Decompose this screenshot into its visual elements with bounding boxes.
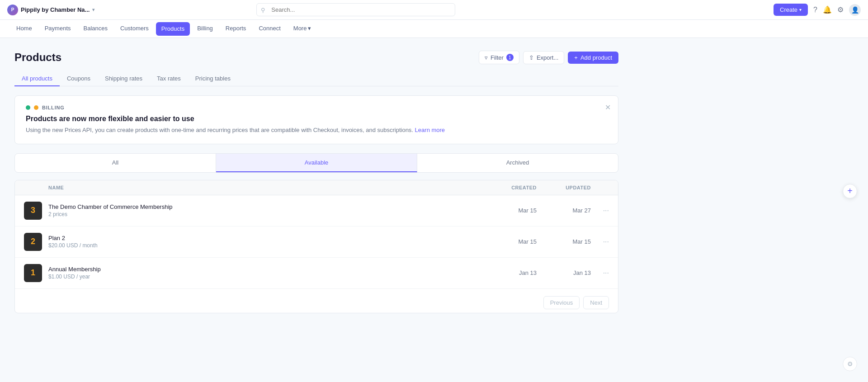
tab-coupons[interactable]: Coupons bbox=[60, 71, 98, 86]
notifications-icon[interactable]: 🔔 bbox=[823, 5, 832, 14]
billing-title: Products are now more flexible and easie… bbox=[26, 115, 607, 123]
product-name: Annual Membership bbox=[48, 266, 491, 273]
add-product-label: Add product bbox=[580, 54, 612, 61]
table-header: NAME CREATED UPDATED bbox=[15, 180, 618, 195]
search-input[interactable] bbox=[256, 3, 455, 16]
billing-label: BILLING bbox=[42, 105, 65, 110]
product-menu-button[interactable]: ··· bbox=[591, 207, 609, 215]
product-created-date: Mar 15 bbox=[491, 207, 537, 214]
nav-item-billing[interactable]: Billing bbox=[192, 20, 218, 38]
learn-more-link[interactable]: Learn more bbox=[415, 127, 445, 133]
nav-item-home[interactable]: Home bbox=[11, 20, 38, 38]
col-header-name: NAME bbox=[24, 185, 491, 190]
product-updated-date: Mar 27 bbox=[537, 207, 591, 214]
product-thumbnail-3: 3 bbox=[24, 202, 42, 220]
filter-tab-all[interactable]: All bbox=[15, 154, 216, 172]
tab-pricing-tables[interactable]: Pricing tables bbox=[188, 71, 238, 86]
main-nav: Home Payments Balances Customers Product… bbox=[0, 20, 868, 38]
export-icon: ⇧ bbox=[529, 54, 534, 61]
product-name: The Demo Chamber of Commerce Membership bbox=[48, 203, 491, 210]
brand-logo: P bbox=[7, 5, 18, 15]
nav-item-balances[interactable]: Balances bbox=[78, 20, 113, 38]
topbar-right: Create ▾ ? 🔔 ⚙ 👤 bbox=[774, 4, 861, 16]
nav-item-products[interactable]: Products bbox=[156, 22, 190, 36]
billing-close-button[interactable]: ✕ bbox=[605, 103, 611, 112]
brand-name: Pippily by Chamber Na... bbox=[21, 6, 90, 13]
product-info: The Demo Chamber of Commerce Membership … bbox=[48, 203, 491, 217]
settings-icon[interactable]: ⚙ bbox=[837, 5, 844, 14]
products-table: NAME CREATED UPDATED 3 The Demo Chamber … bbox=[14, 180, 618, 313]
filter-badge: 1 bbox=[506, 54, 514, 61]
table-row[interactable]: 3 The Demo Chamber of Commerce Membershi… bbox=[15, 195, 618, 226]
brand-chevron-icon: ▾ bbox=[92, 7, 94, 12]
billing-dot-green bbox=[26, 105, 30, 110]
page-title: Products bbox=[14, 51, 61, 64]
more-chevron-icon: ▾ bbox=[308, 25, 311, 32]
sub-tabs: All products Coupons Shipping rates Tax … bbox=[14, 71, 618, 86]
product-updated-date: Mar 15 bbox=[537, 238, 591, 245]
header-actions: ▿ Filter 1 ⇧ Export... + Add product bbox=[479, 51, 618, 64]
table-row[interactable]: 2 Plan 2 $20.00 USD / month Mar 15 Mar 1… bbox=[15, 226, 618, 258]
add-icon: + bbox=[574, 54, 578, 61]
user-avatar[interactable]: 👤 bbox=[849, 4, 861, 16]
product-sub: $20.00 USD / month bbox=[48, 242, 491, 249]
tab-all-products[interactable]: All products bbox=[14, 71, 60, 86]
col-header-created: CREATED bbox=[491, 185, 537, 190]
search-bar: ⚲ bbox=[256, 3, 455, 16]
next-button: Next bbox=[583, 296, 609, 309]
product-updated-date: Jan 13 bbox=[537, 269, 591, 276]
create-chevron-icon: ▾ bbox=[799, 7, 802, 12]
nav-item-more[interactable]: More ▾ bbox=[288, 20, 317, 38]
export-button[interactable]: ⇧ Export... bbox=[523, 51, 564, 64]
pagination: Previous Next bbox=[15, 289, 618, 313]
product-sub: 2 prices bbox=[48, 211, 491, 217]
page-header: Products ▿ Filter 1 ⇧ Export... + Add pr… bbox=[14, 51, 618, 64]
main-content: Products ▿ Filter 1 ⇧ Export... + Add pr… bbox=[0, 38, 633, 326]
search-icon: ⚲ bbox=[261, 6, 265, 13]
product-name: Plan 2 bbox=[48, 235, 491, 241]
product-menu-button[interactable]: ··· bbox=[591, 269, 609, 277]
tab-tax-rates[interactable]: Tax rates bbox=[150, 71, 188, 86]
tab-shipping-rates[interactable]: Shipping rates bbox=[98, 71, 150, 86]
filter-tab-available[interactable]: Available bbox=[216, 154, 417, 172]
product-info: Plan 2 $20.00 USD / month bbox=[48, 235, 491, 249]
filter-button[interactable]: ▿ Filter 1 bbox=[479, 51, 519, 64]
billing-notice: ✕ BILLING Products are now more flexible… bbox=[14, 95, 618, 144]
create-button[interactable]: Create ▾ bbox=[774, 4, 808, 16]
billing-desc: Using the new Prices API, you can create… bbox=[26, 126, 607, 135]
billing-dot-yellow bbox=[34, 105, 38, 110]
nav-item-connect[interactable]: Connect bbox=[253, 20, 286, 38]
nav-item-reports[interactable]: Reports bbox=[220, 20, 252, 38]
filter-tabs: All Available Archived bbox=[14, 153, 618, 173]
product-created-date: Mar 15 bbox=[491, 238, 537, 245]
product-info: Annual Membership $1.00 USD / year bbox=[48, 266, 491, 280]
topbar: P Pippily by Chamber Na... ▾ ⚲ Create ▾ … bbox=[0, 0, 868, 20]
product-menu-button[interactable]: ··· bbox=[591, 238, 609, 246]
product-thumbnail-1: 1 bbox=[24, 264, 42, 282]
nav-item-customers[interactable]: Customers bbox=[115, 20, 154, 38]
previous-button: Previous bbox=[543, 296, 580, 309]
product-thumbnail-2: 2 bbox=[24, 233, 42, 251]
floating-add-button[interactable]: + bbox=[843, 184, 857, 198]
product-sub: $1.00 USD / year bbox=[48, 274, 491, 280]
add-product-button[interactable]: + Add product bbox=[568, 52, 618, 64]
export-label: Export... bbox=[537, 54, 558, 61]
col-header-updated: UPDATED bbox=[537, 185, 591, 190]
avatar-icon: 👤 bbox=[851, 6, 859, 14]
table-row[interactable]: 1 Annual Membership $1.00 USD / year Jan… bbox=[15, 258, 618, 289]
filter-icon: ▿ bbox=[485, 54, 488, 61]
help-icon[interactable]: ? bbox=[813, 6, 817, 14]
filter-tab-archived[interactable]: Archived bbox=[417, 154, 618, 172]
billing-notice-header: BILLING bbox=[26, 105, 607, 110]
filter-label: Filter bbox=[491, 54, 504, 61]
brand-button[interactable]: P Pippily by Chamber Na... ▾ bbox=[7, 5, 94, 15]
nav-item-payments[interactable]: Payments bbox=[39, 20, 76, 38]
product-created-date: Jan 13 bbox=[491, 269, 537, 276]
